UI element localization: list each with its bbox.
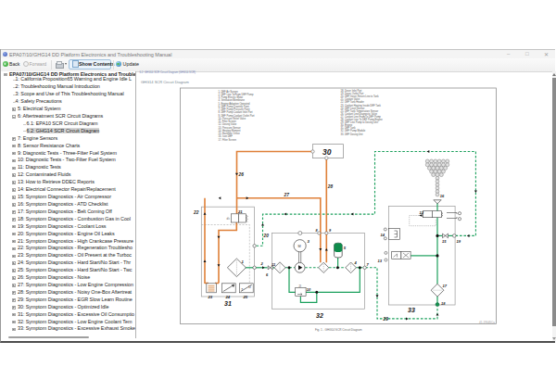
svg-text:Fig. 1 - GHG14 SCR Circuit Dia: Fig. 1 - GHG14 SCR Circuit Diagram <box>315 328 362 332</box>
svg-text:30: 30 <box>322 147 332 157</box>
svg-text:17. Filter Screen: 17. Filter Screen <box>219 138 237 142</box>
svg-text:12: 12 <box>420 210 424 215</box>
svg-text:29: 29 <box>383 317 389 322</box>
svg-text:17: 17 <box>443 284 448 288</box>
svg-text:26: 26 <box>238 172 245 177</box>
svg-text:22: 22 <box>193 210 199 215</box>
svg-text:23: 23 <box>208 295 213 299</box>
svg-text:33. DEF Dosing Unit: 33. DEF Dosing Unit <box>341 133 363 136</box>
svg-text:6.2: GHG14 SCR Circuit Diagram: 6.2: GHG14 SCR Circuit Diagram (GHG14 SC… <box>140 70 196 74</box>
svg-text:16: 16 <box>440 194 445 198</box>
svg-text:24: 24 <box>225 295 231 299</box>
svg-text:M: M <box>298 245 301 248</box>
svg-text:15: 15 <box>442 239 447 244</box>
svg-text:21: 21 <box>237 209 243 214</box>
svg-text:28: 28 <box>327 184 334 189</box>
svg-text:41-19045Ca: 41-19045Ca <box>479 321 495 324</box>
svg-text:18: 18 <box>441 301 446 306</box>
svg-text:32: 32 <box>316 312 323 319</box>
svg-text:T: T <box>241 288 243 292</box>
svg-text:25: 25 <box>243 295 248 299</box>
svg-text:27: 27 <box>284 193 290 197</box>
svg-text:13: 13 <box>378 259 383 263</box>
svg-text:14: 14 <box>381 233 385 237</box>
svg-text:10: 10 <box>307 287 311 292</box>
svg-text:20: 20 <box>263 234 270 238</box>
svg-text:31: 31 <box>224 300 232 307</box>
svg-text:19: 19 <box>457 239 461 244</box>
svg-text:33: 33 <box>408 307 415 313</box>
svg-text:2l: 2l <box>299 285 302 288</box>
svg-text:GHG14 SCR Circuit Diagram: GHG14 SCR Circuit Diagram <box>141 80 189 84</box>
